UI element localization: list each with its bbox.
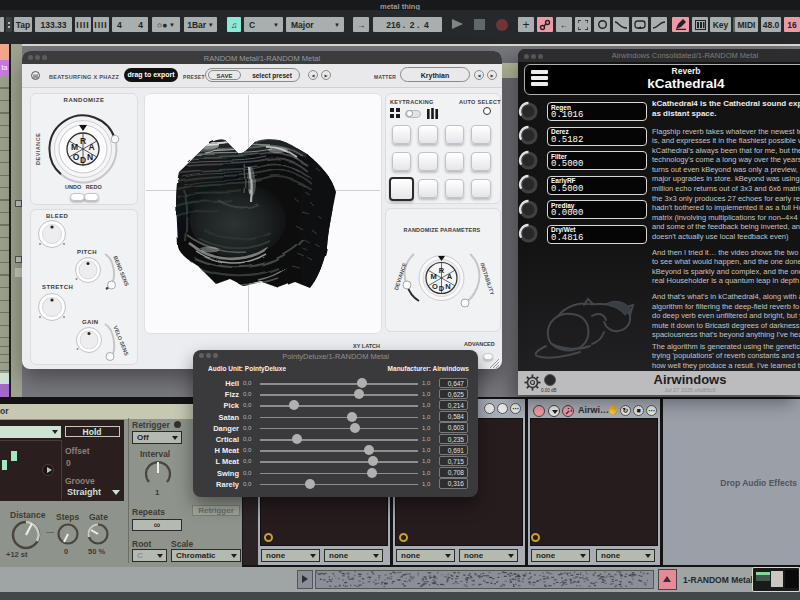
svg-text:R: R (80, 136, 86, 146)
svg-text:O: O (73, 152, 80, 162)
svg-text:N: N (87, 152, 93, 162)
svg-text:M: M (71, 142, 78, 152)
svg-text:A: A (88, 142, 94, 152)
svg-text:D: D (80, 155, 86, 165)
